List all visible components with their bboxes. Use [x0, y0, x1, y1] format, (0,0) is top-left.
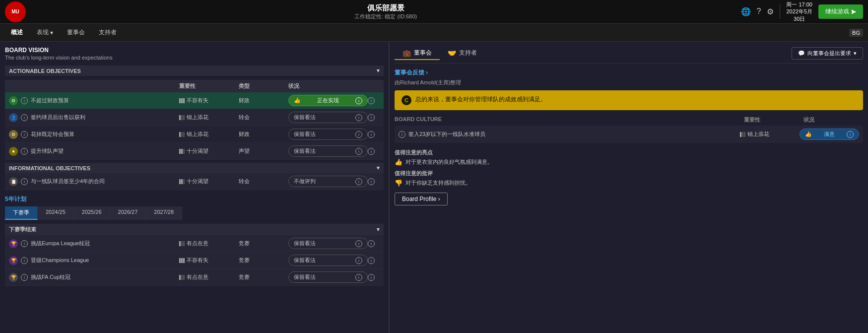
fy-row-2-text: 晋级Champions League: [31, 257, 89, 264]
bc-row-1-importance: 锦上添花: [740, 131, 800, 138]
bc-col-status: 状况: [803, 116, 863, 124]
io-row-1-more[interactable]: i: [368, 178, 375, 185]
table-row: 🏆 i 晋级Champions League 不容有失 竞赛 保留看法 i i: [5, 252, 384, 269]
highlights-section: 值得注意的亮点 👍 对于更衣室内的良好气氛感到满意。 值得注意的批评 👎 对于你…: [395, 149, 863, 187]
ao-row-2-label: 👤 i 签约球员后出售以获利: [9, 113, 179, 122]
io-row-1-importance: 十分渴望: [179, 178, 239, 185]
nav-bar: 概述 表现 ▾ 董事会 支持者 BG: [0, 24, 868, 42]
io-row-1-status-info[interactable]: i: [355, 178, 362, 185]
fy-row-2-importance: 不容有失: [179, 257, 239, 264]
season-chevron: ▾: [377, 226, 380, 233]
ao-row-1-importance: 不容有失: [179, 97, 239, 104]
season-label-text: 下赛季结束: [9, 226, 36, 233]
ao-col-type: 类型: [239, 82, 288, 90]
positive-highlight-title: 值得注意的亮点: [395, 149, 863, 156]
ao-row-4-status: 保留看法 i: [288, 145, 368, 157]
ao-row-4-status-info[interactable]: i: [355, 148, 362, 155]
board-tab-icon: 💼: [402, 49, 411, 57]
board-feedback-by: 由Richard Arnold(主席)整理: [395, 79, 863, 86]
ao-row-4-info[interactable]: i: [21, 148, 28, 155]
settings-icon[interactable]: ⚙: [767, 7, 774, 16]
actionable-objectives-header: ACTIONABLE OBJECTIVES ▾: [5, 66, 384, 76]
demand-button[interactable]: 💬 向董事会提出要求 ▾: [792, 47, 863, 60]
main-layout: BOARD VISION The club's long-term vision…: [0, 42, 868, 333]
table-row: ⚙ i 花掉既定转会预算 锦上添花 财政 保留看法 i i: [5, 126, 384, 143]
globe-icon[interactable]: 🌐: [741, 7, 751, 16]
bc-row-1-status-info[interactable]: i: [847, 131, 854, 138]
season-tab-3[interactable]: 2026/27: [110, 206, 146, 220]
fy-row-3-more[interactable]: i: [368, 274, 375, 281]
ao-row-1-text: 不超过财政预算: [31, 97, 69, 104]
season-tab-0[interactable]: 下赛季: [5, 206, 38, 220]
feedback-message: 总的来说，董事会对你管理球队的成效感到满足。: [415, 95, 546, 104]
ao-row-1-info[interactable]: i: [21, 97, 28, 104]
demand-icon: 💬: [798, 50, 805, 57]
ao-row-2-info[interactable]: i: [21, 114, 28, 121]
fy-row-2-more[interactable]: i: [368, 257, 375, 264]
day-display: 30日: [786, 15, 812, 22]
ao-row-1-status-info[interactable]: i: [355, 97, 362, 104]
ao-col-status: 状况: [288, 82, 368, 90]
ao-row-4-text: 提升球队声望: [31, 147, 64, 155]
ao-row-1-icon: ⚙: [9, 96, 18, 105]
bc-title: BOARD CULTURE: [395, 116, 744, 124]
fy-row-1-more[interactable]: i: [368, 240, 375, 247]
fy-row-1-status: 保留看法 i: [288, 238, 368, 249]
nav-supporters[interactable]: 支持者: [93, 26, 123, 39]
board-feedback-title[interactable]: 董事会反馈 ›: [395, 68, 863, 77]
fy-row-1-info[interactable]: i: [21, 240, 28, 247]
nav-performance[interactable]: 表现 ▾: [31, 26, 59, 39]
fy-row-3-status-info[interactable]: i: [355, 274, 362, 281]
fy-row-1-status-info[interactable]: i: [355, 240, 362, 247]
ao-row-3-importance: 锦上添花: [179, 131, 239, 138]
season-tab-4[interactable]: 2027/28: [146, 206, 182, 220]
fy-row-1-text: 挑战Europa League桂冠: [31, 240, 90, 247]
help-icon[interactable]: ?: [757, 7, 761, 16]
ao-row-3-info[interactable]: i: [21, 131, 28, 138]
fy-row-2-info[interactable]: i: [21, 257, 28, 264]
io-row-1-text: 与一线队球员签至少4年的合同: [31, 178, 105, 185]
thumb-up-icon: 👍: [395, 158, 402, 166]
board-profile-button[interactable]: Board Profile ›: [395, 193, 448, 205]
date-block: 周一 17:00 2022年5月 30日: [786, 1, 812, 22]
supporters-tab-icon: 🤝: [448, 49, 456, 57]
ao-row-2-more[interactable]: i: [368, 114, 375, 121]
corner-icon: BG: [849, 29, 863, 37]
five-year-section: 5年计划 下赛季 2024/25 2025/26 2026/27 2027/28…: [5, 195, 384, 286]
fy-row-3-importance: 有点在意: [179, 273, 239, 281]
tab-supporters[interactable]: 🤝 支持者: [440, 47, 485, 60]
bc-row-1-label: i 签入23岁以下的一线队水准球员: [399, 131, 740, 138]
nav-overview[interactable]: 概述: [5, 26, 29, 39]
ao-row-1-more[interactable]: i: [368, 97, 375, 104]
ao-row-3-status-info[interactable]: i: [355, 131, 362, 138]
positive-highlight-item: 👍 对于更衣室内的良好气氛感到满意。: [395, 158, 863, 166]
tab-board[interactable]: 💼 董事会: [395, 47, 440, 60]
nav-board[interactable]: 董事会: [61, 26, 91, 39]
season-tab-1[interactable]: 2024/25: [38, 206, 74, 220]
negative-highlight-text: 对于你缺乏支持感到担忧。: [405, 179, 471, 187]
io-row-1-info[interactable]: i: [21, 178, 28, 185]
continue-label: 继续游戏: [825, 7, 849, 16]
fy-row-3-type: 竞赛: [239, 273, 288, 281]
season-tab-2[interactable]: 2025/26: [74, 206, 110, 220]
fy-row-3-info[interactable]: i: [21, 274, 28, 281]
ao-row-2-status-info[interactable]: i: [355, 114, 362, 121]
board-culture-header: BOARD CULTURE 重要性 状况: [395, 116, 863, 124]
table-row: 📋 i 与一线队球员签至少4年的合同 十分渴望 转会 不做评判 i i: [5, 173, 384, 190]
continue-button[interactable]: 继续游戏 ▶: [818, 4, 863, 19]
demand-label: 向董事会提出要求: [807, 50, 851, 57]
bc-row-1-info[interactable]: i: [399, 131, 405, 138]
ao-row-3-type: 财政: [239, 131, 288, 138]
bc-row-1-text: 签入23岁以下的一线队水准球员: [408, 131, 485, 138]
title-block: 俱乐部愿景 工作稳定性: 稳定 (ID:680): [31, 3, 741, 20]
season-tabs: 下赛季 2024/25 2025/26 2026/27 2027/28: [5, 206, 384, 220]
ao-row-3-icon: ⚙: [9, 130, 18, 139]
fy-row-2-status-info[interactable]: i: [355, 257, 362, 264]
ao-row-3-status: 保留看法 i: [288, 129, 368, 140]
ao-row-4-more[interactable]: i: [368, 148, 375, 155]
panel-tabs: 💼 董事会 🤝 支持者 💬 向董事会提出要求 ▾: [395, 47, 863, 64]
fy-row-3-status: 保留看法 i: [288, 271, 368, 283]
fy-row-3-icon: 🏆: [9, 273, 18, 282]
ao-row-3-more[interactable]: i: [368, 131, 375, 138]
nav-performance-label: 表现: [37, 28, 49, 37]
